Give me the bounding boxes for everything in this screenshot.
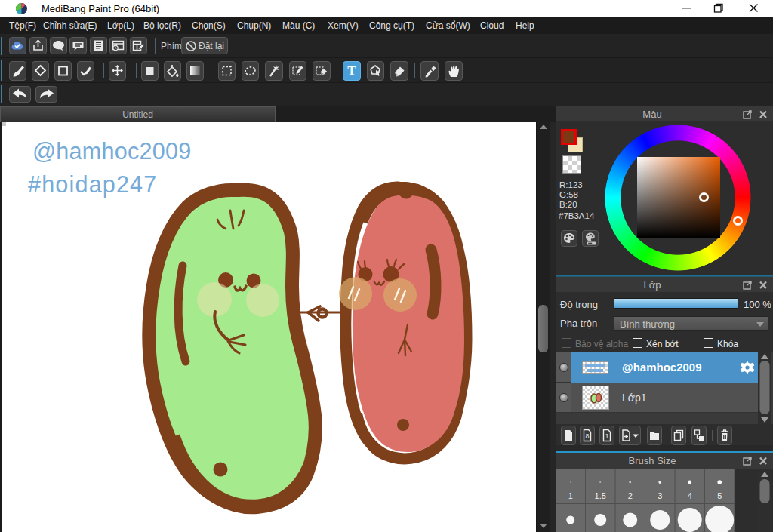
svg-text:1.5: 1.5: [595, 491, 606, 500]
svg-text:1: 1: [605, 432, 608, 440]
svg-text:4: 4: [688, 491, 692, 500]
svg-text:3: 3: [658, 491, 662, 500]
svg-text:5: 5: [717, 491, 722, 500]
svg-text:8: 8: [585, 432, 589, 440]
svg-text:1: 1: [568, 491, 573, 500]
svg-text:2: 2: [628, 491, 633, 500]
